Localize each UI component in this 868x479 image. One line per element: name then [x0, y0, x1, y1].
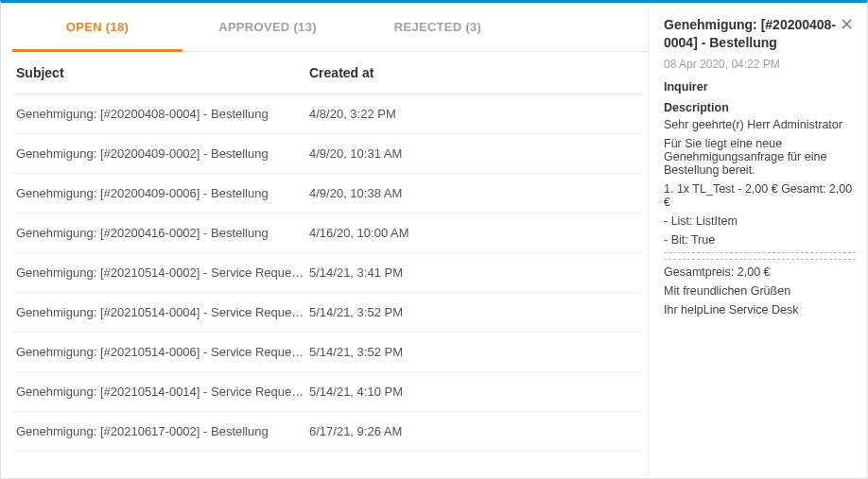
cell-created: 6/17/21, 9:26 AM — [309, 424, 634, 438]
cell-created: 4/16/20, 10:00 AM — [309, 226, 634, 240]
tab-label: APPROVED (13) — [218, 20, 317, 34]
cell-created: 5/14/21, 4:10 PM — [309, 385, 634, 399]
cell-subject: Genehmigung: [#20200416-0002] - Bestellu… — [16, 226, 309, 240]
cell-created: 4/9/20, 10:31 AM — [309, 146, 634, 161]
cell-created: 4/9/20, 10:38 AM — [309, 186, 634, 200]
tab-open[interactable]: OPEN (18) — [12, 3, 182, 51]
detail-header: Genehmigung: [#20200408-0004] - Bestellu… — [664, 16, 856, 52]
table-row[interactable]: Genehmigung: [#20200409-0006] - Bestellu… — [12, 174, 642, 214]
cell-created: 4/8/20, 3:22 PM — [309, 107, 634, 121]
detail-intro: Für Sie liegt eine neue Genehmigungsanfr… — [664, 137, 856, 177]
description-label: Description — [664, 101, 856, 114]
detail-closing: Mit freundlichen Grüßen — [664, 284, 856, 298]
table-row[interactable]: Genehmigung: [#20210514-0014] - Service … — [12, 372, 642, 412]
table-row[interactable]: Genehmigung: [#20210514-0004] - Service … — [12, 293, 642, 333]
tab-label: OPEN (18) — [66, 20, 129, 34]
detail-total: Gesamtpreis: 2,00 € — [664, 265, 856, 279]
close-icon: ✕ — [840, 15, 854, 34]
cell-subject: Genehmigung: [#20200408-0004] - Bestellu… — [16, 107, 309, 121]
tab-label: REJECTED (3) — [394, 20, 481, 34]
app-container: OPEN (18) APPROVED (13) REJECTED (3) Sub… — [1, 3, 867, 475]
detail-item-list: - List: ListItem — [664, 214, 856, 228]
tab-rejected[interactable]: REJECTED (3) — [353, 3, 523, 51]
table-row[interactable]: Genehmigung: [#20200416-0002] - Bestellu… — [12, 214, 642, 253]
detail-signature: Ihr helpLine Service Desk — [664, 303, 856, 316]
detail-pane: Genehmigung: [#20200408-0004] - Bestellu… — [648, 3, 867, 475]
table-header: Subject Created at — [12, 52, 642, 94]
cell-subject: Genehmigung: [#20210514-0002] - Service … — [16, 265, 309, 280]
close-button[interactable]: ✕ — [838, 16, 856, 33]
tab-approved[interactable]: APPROVED (13) — [182, 3, 353, 51]
table-row[interactable]: Genehmigung: [#20210514-0002] - Service … — [12, 253, 642, 293]
detail-item-line: 1. 1x TL_Test - 2,00 € Gesamt: 2,00 € — [664, 182, 856, 209]
cell-subject: Genehmigung: [#20210514-0004] - Service … — [16, 305, 309, 319]
table-row[interactable]: Genehmigung: [#20210617-0002] - Bestellu… — [12, 412, 642, 452]
table-row[interactable]: Genehmigung: [#20200409-0002] - Bestellu… — [12, 134, 642, 174]
cell-subject: Genehmigung: [#20200409-0002] - Bestellu… — [16, 146, 309, 161]
inquirer-label: Inquirer — [664, 80, 856, 94]
cell-subject: Genehmigung: [#20200409-0006] - Bestellu… — [16, 186, 309, 200]
left-pane: OPEN (18) APPROVED (13) REJECTED (3) Sub… — [1, 3, 648, 475]
cell-subject: Genehmigung: [#20210514-0014] - Service … — [16, 385, 309, 399]
detail-greeting: Sehr geehrte(r) Herr Administrator — [664, 118, 856, 131]
cell-created: 5/14/21, 3:52 PM — [309, 345, 634, 359]
table-body: Genehmigung: [#20200408-0004] - Bestellu… — [12, 94, 642, 452]
table-row[interactable]: Genehmigung: [#20210514-0006] - Service … — [12, 333, 642, 372]
cell-subject: Genehmigung: [#20210514-0006] - Service … — [16, 345, 309, 359]
table-row[interactable]: Genehmigung: [#20200408-0004] - Bestellu… — [12, 94, 642, 134]
separator-icon — [664, 259, 856, 260]
detail-title: Genehmigung: [#20200408-0004] - Bestellu… — [664, 16, 838, 52]
detail-timestamp: 08 Apr 2020, 04:22 PM — [664, 58, 856, 71]
cell-subject: Genehmigung: [#20210617-0002] - Bestellu… — [16, 424, 309, 438]
cell-created: 5/14/21, 3:41 PM — [309, 265, 634, 280]
detail-item-bit: - Bit: True — [664, 233, 856, 247]
detail-body: Sehr geehrte(r) Herr Administrator Für S… — [664, 118, 856, 316]
separator-icon — [664, 252, 856, 253]
column-header-subject[interactable]: Subject — [16, 65, 309, 80]
table-scroll-area[interactable]: Subject Created at Genehmigung: [#202004… — [12, 52, 648, 475]
cell-created: 5/14/21, 3:52 PM — [309, 305, 634, 319]
column-header-created[interactable]: Created at — [309, 65, 634, 80]
tab-bar: OPEN (18) APPROVED (13) REJECTED (3) — [12, 3, 648, 52]
